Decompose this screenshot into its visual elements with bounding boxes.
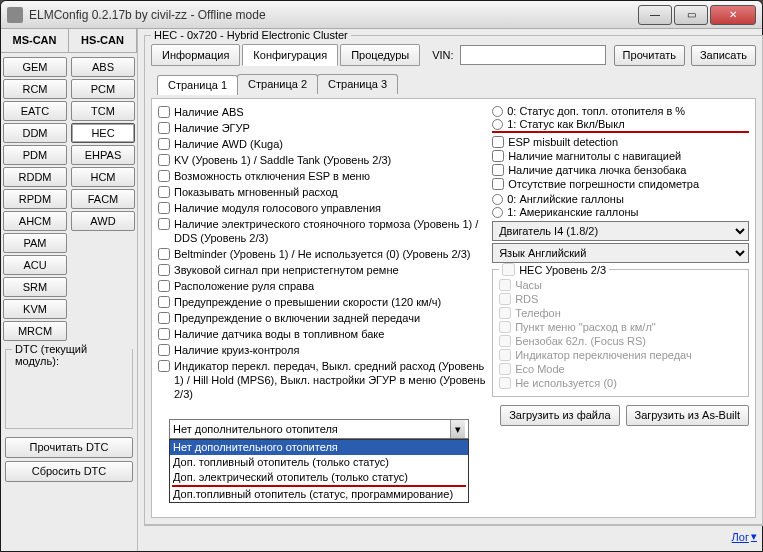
module-gem[interactable]: GEM xyxy=(3,57,67,77)
load-from-asbuilt-button[interactable]: Загрузить из As-Built xyxy=(626,405,749,426)
hec23-toggle[interactable] xyxy=(502,263,515,276)
config-checkbox-2[interactable] xyxy=(158,138,170,150)
log-link[interactable]: Лог ▾ xyxy=(732,528,757,545)
module-rddm[interactable]: RDDM xyxy=(3,167,67,187)
config-check-8[interactable]: Beltminder (Уровень 1) / Не используется… xyxy=(158,247,486,261)
config-checkbox-0[interactable] xyxy=(158,106,170,118)
config-checkbox-14[interactable] xyxy=(158,344,170,356)
module-hcm[interactable]: HCM xyxy=(71,167,135,187)
config-checkbox-11[interactable] xyxy=(158,296,170,308)
config-check-0[interactable]: Наличие ABS xyxy=(158,105,486,119)
module-hec[interactable]: HEC xyxy=(71,123,135,143)
config-checkbox-9[interactable] xyxy=(158,264,170,276)
config-check-9[interactable]: Звуковой сигнал при непристегнутом ремне xyxy=(158,263,486,277)
engine-select[interactable]: Двигатель I4 (1.8/2) xyxy=(492,221,749,241)
config-check-15[interactable]: Индикатор перекл. передач, Выкл. средний… xyxy=(158,359,486,401)
hec23-checkbox-0 xyxy=(499,279,511,291)
maximize-button[interactable]: ▭ xyxy=(674,5,708,25)
config-check-13[interactable]: Наличие датчика воды в топливном баке xyxy=(158,327,486,341)
config-check-12[interactable]: Предупреждение о включении задней переда… xyxy=(158,311,486,325)
config-check-10[interactable]: Расположение руля справа xyxy=(158,279,486,293)
heater-option-2[interactable]: Доп. электрический отопитель (только ста… xyxy=(170,470,468,485)
tab-config[interactable]: Конфигурация xyxy=(242,44,338,66)
hec23-check-4: Бензобак 62л. (Focus RS) xyxy=(499,334,742,348)
right-checkbox-1[interactable] xyxy=(492,150,504,162)
config-check-7[interactable]: Наличие электрического стояночного тормо… xyxy=(158,217,486,245)
heater-option-0[interactable]: Нет дополнительного отопителя xyxy=(170,440,468,455)
minimize-button[interactable]: — xyxy=(638,5,672,25)
bus-tab-ms-can[interactable]: MS-CAN xyxy=(1,29,69,52)
bus-tab-hs-can[interactable]: HS-CAN xyxy=(69,29,137,52)
right-check-1[interactable]: Наличие магнитолы с навигацией xyxy=(492,149,749,163)
module-ahcm[interactable]: AHCM xyxy=(3,211,67,231)
module-ddm[interactable]: DDM xyxy=(3,123,67,143)
config-check-3[interactable]: KV (Уровень 1) / Saddle Tank (Уровень 2/… xyxy=(158,153,486,167)
radio-us-gallons[interactable] xyxy=(492,207,503,218)
config-check-14[interactable]: Наличие круиз-контроля xyxy=(158,343,486,357)
close-button[interactable]: ✕ xyxy=(710,5,756,25)
module-pcm[interactable]: PCM xyxy=(71,79,135,99)
hec23-check-7: Не используется (0) xyxy=(499,376,742,390)
module-rcm[interactable]: RCM xyxy=(3,79,67,99)
module-rpdm[interactable]: RPDM xyxy=(3,189,67,209)
hec23-check-5: Индикатор переключения передач xyxy=(499,348,742,362)
language-select[interactable]: Язык Английский xyxy=(492,243,749,263)
right-checkbox-3[interactable] xyxy=(492,178,504,190)
page-tab-3[interactable]: Страница 3 xyxy=(317,74,398,94)
config-check-5[interactable]: Показывать мгновенный расход xyxy=(158,185,486,199)
page-tab-2[interactable]: Страница 2 xyxy=(237,74,318,94)
heater-option-1[interactable]: Доп. топливный отопитель (только статус) xyxy=(170,455,468,470)
right-check-3[interactable]: Отсутствие погрешности спидометра xyxy=(492,177,749,191)
module-tcm[interactable]: TCM xyxy=(71,101,135,121)
config-checkbox-12[interactable] xyxy=(158,312,170,324)
config-checkbox-8[interactable] xyxy=(158,248,170,260)
module-mrcm[interactable]: MRCM xyxy=(3,321,67,341)
read-button[interactable]: Прочитать xyxy=(614,45,685,66)
radio-heater-onoff[interactable] xyxy=(492,119,503,130)
gallons-radio-group: 0: Английские галлоны 1: Американские га… xyxy=(492,193,749,219)
config-checkbox-13[interactable] xyxy=(158,328,170,340)
config-checkbox-5[interactable] xyxy=(158,186,170,198)
config-checkbox-1[interactable] xyxy=(158,122,170,134)
hec23-check-2: Телефон xyxy=(499,306,742,320)
chevron-down-icon[interactable]: ▾ xyxy=(450,420,465,438)
radio-uk-gallons[interactable] xyxy=(492,194,503,205)
tab-info[interactable]: Информация xyxy=(151,44,240,66)
radio-heater-pct[interactable] xyxy=(492,106,503,117)
config-checkbox-3[interactable] xyxy=(158,154,170,166)
vin-input[interactable] xyxy=(460,45,606,65)
module-eatc[interactable]: EATC xyxy=(3,101,67,121)
load-from-file-button[interactable]: Загрузить из файла xyxy=(500,405,619,426)
config-checkbox-6[interactable] xyxy=(158,202,170,214)
right-check-0[interactable]: ESP misbuilt detection xyxy=(492,135,749,149)
config-check-2[interactable]: Наличие AWD (Kuga) xyxy=(158,137,486,151)
config-check-4[interactable]: Возможность отключения ESP в меню xyxy=(158,169,486,183)
module-pam[interactable]: PAM xyxy=(3,233,67,253)
hec23-check-6: Eco Mode xyxy=(499,362,742,376)
module-facm[interactable]: FACM xyxy=(71,189,135,209)
config-checkbox-4[interactable] xyxy=(158,170,170,182)
config-checkbox-10[interactable] xyxy=(158,280,170,292)
read-dtc-button[interactable]: Прочитать DTC xyxy=(5,437,133,458)
right-check-2[interactable]: Наличие датчика лючка бензобака xyxy=(492,163,749,177)
module-ehpas[interactable]: EHPAS xyxy=(71,145,135,165)
config-checkbox-15[interactable] xyxy=(158,360,170,372)
module-abs[interactable]: ABS xyxy=(71,57,135,77)
config-checkbox-7[interactable] xyxy=(158,218,170,230)
heater-dropdown[interactable]: Нет дополнительного отопителя ▾ Нет допо… xyxy=(169,419,469,503)
page-tab-1[interactable]: Страница 1 xyxy=(157,75,238,95)
write-button[interactable]: Записать xyxy=(691,45,756,66)
right-checkbox-2[interactable] xyxy=(492,164,504,176)
config-check-1[interactable]: Наличие ЭГУР xyxy=(158,121,486,135)
config-check-6[interactable]: Наличие модуля голосового управления xyxy=(158,201,486,215)
right-checkbox-0[interactable] xyxy=(492,136,504,148)
tab-proc[interactable]: Процедуры xyxy=(340,44,420,66)
module-kvm[interactable]: KVM xyxy=(3,299,67,319)
module-acu[interactable]: ACU xyxy=(3,255,67,275)
module-awd[interactable]: AWD xyxy=(71,211,135,231)
config-check-11[interactable]: Предупреждение о превышении скорости (12… xyxy=(158,295,486,309)
heater-option-3[interactable]: Доп.топливный отопитель (статус, програм… xyxy=(170,487,468,502)
module-srm[interactable]: SRM xyxy=(3,277,67,297)
reset-dtc-button[interactable]: Сбросить DTC xyxy=(5,461,133,482)
module-pdm[interactable]: PDM xyxy=(3,145,67,165)
